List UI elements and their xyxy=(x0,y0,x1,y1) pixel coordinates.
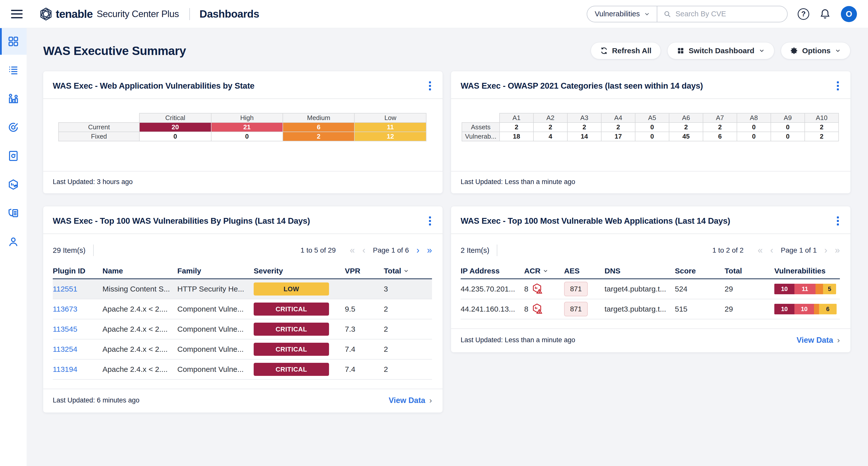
bar-segment-high: 10 xyxy=(795,304,814,314)
kebab-menu-icon[interactable] xyxy=(835,215,840,227)
sidebar-item-policies[interactable] xyxy=(0,200,27,226)
ip-address: 44.235.70.201... xyxy=(461,285,524,293)
chevron-down-icon xyxy=(835,48,841,54)
table-row[interactable]: 113194 Apache 2.4.x < 2.... Component Vu… xyxy=(53,360,432,380)
help-button[interactable]: ? xyxy=(798,8,809,20)
view-data-link[interactable]: View Data › xyxy=(389,396,432,405)
matrix-cell: 2 xyxy=(567,123,601,132)
plugin-family: Component Vulne... xyxy=(177,365,254,374)
matrix-cell: 0 xyxy=(211,132,283,141)
user-avatar[interactable]: O xyxy=(841,6,857,22)
next-page-icon[interactable]: › xyxy=(416,246,420,255)
column-header-total[interactable]: Total xyxy=(384,267,432,275)
top-app-bar: tenable Security Center Plus Dashboards … xyxy=(0,0,868,28)
kebab-menu-icon[interactable] xyxy=(428,80,433,92)
plugin-id-link[interactable]: 113545 xyxy=(53,325,102,334)
column-header-total[interactable]: Total xyxy=(724,267,774,275)
matrix-cell: 4 xyxy=(533,132,567,141)
vpr-value: 7.3 xyxy=(345,325,384,334)
plugin-name: Apache 2.4.x < 2.... xyxy=(102,325,177,334)
column-header: A9 xyxy=(771,113,805,123)
sidebar-item-analysis[interactable] xyxy=(0,57,27,83)
column-header: A10 xyxy=(805,113,839,123)
matrix-cell: 2 xyxy=(500,123,533,132)
dashboard-grid-icon xyxy=(677,47,685,55)
matrix-cell: 2 xyxy=(669,123,703,132)
sidebar-item-assets[interactable] xyxy=(0,171,27,198)
plugin-family: Component Vulne... xyxy=(177,305,254,313)
panel-owasp-categories: WAS Exec - OWASP 2021 Categories (last s… xyxy=(451,71,850,193)
prev-page-icon[interactable]: ‹ xyxy=(770,246,773,255)
refresh-icon xyxy=(600,47,608,55)
prev-page-icon[interactable]: ‹ xyxy=(363,246,366,255)
column-header-name[interactable]: Name xyxy=(102,267,177,275)
aes-score-box: 871 xyxy=(564,282,588,296)
column-header: A1 xyxy=(500,113,533,123)
sidebar-item-solutions[interactable] xyxy=(0,85,27,112)
bar-segment-critical: 10 xyxy=(774,304,795,314)
search-input[interactable] xyxy=(675,10,781,18)
switch-dashboard-button[interactable]: Switch Dashboard xyxy=(667,42,774,59)
assets-hexagon-icon xyxy=(7,179,19,191)
matrix-cell: 0 xyxy=(737,123,771,132)
plugin-id-link[interactable]: 112551 xyxy=(53,285,102,293)
column-header-dns[interactable]: DNS xyxy=(604,267,675,275)
column-header-score[interactable]: Score xyxy=(675,267,724,275)
column-header-plugin-id[interactable]: Plugin ID xyxy=(53,267,102,275)
matrix-cell: 0 xyxy=(771,132,805,141)
column-header-acr[interactable]: ACR xyxy=(524,267,564,275)
table-row: Vulnerab... 18 4 14 17 0 45 6 0 0 2 xyxy=(462,132,839,141)
last-page-icon[interactable]: » xyxy=(427,246,432,255)
kebab-menu-icon[interactable] xyxy=(835,80,840,92)
column-header-vulnerabilities[interactable]: Vulnerabilities xyxy=(774,267,840,275)
hamburger-menu-icon[interactable] xyxy=(11,10,23,18)
next-page-icon[interactable]: › xyxy=(824,246,827,255)
first-page-icon[interactable]: « xyxy=(758,246,763,255)
column-header: A7 xyxy=(703,113,737,123)
acr-alert-hexagon-icon[interactable] xyxy=(532,283,543,295)
column-header-severity[interactable]: Severity xyxy=(254,267,345,275)
kebab-menu-icon[interactable] xyxy=(428,215,433,227)
column-header-aes[interactable]: AES xyxy=(564,267,604,275)
acr-alert-hexagon-icon[interactable] xyxy=(532,303,543,315)
plugin-id-link[interactable]: 113673 xyxy=(53,305,102,313)
view-data-link[interactable]: View Data › xyxy=(797,336,840,345)
plugin-id-link[interactable]: 113254 xyxy=(53,345,102,353)
column-header: A6 xyxy=(669,113,703,123)
sidebar-item-users[interactable] xyxy=(0,228,27,255)
sidebar-item-scan-results[interactable] xyxy=(0,143,27,169)
panel-top-plugins: WAS Exec - Top 100 WAS Vulnerabilities B… xyxy=(43,207,442,412)
severity-badge: CRITICAL xyxy=(254,303,329,316)
left-sidebar xyxy=(0,28,27,466)
last-page-icon[interactable]: » xyxy=(835,246,840,255)
bar-segment-medium xyxy=(814,304,819,314)
table-row[interactable]: 113673 Apache 2.4.x < 2.... Component Vu… xyxy=(53,299,432,319)
column-header: High xyxy=(211,113,283,123)
search-scope-dropdown[interactable]: Vulnerabilities xyxy=(587,6,657,22)
score-value: 524 xyxy=(675,285,724,293)
brand-name: tenable xyxy=(56,8,93,20)
column-header-family[interactable]: Family xyxy=(177,267,254,275)
bar-segment-low: 5 xyxy=(823,284,836,294)
sidebar-item-scans[interactable] xyxy=(0,114,27,141)
refresh-all-button[interactable]: Refresh All xyxy=(591,42,661,59)
search-scope-label: Vulnerabilities xyxy=(595,10,640,18)
table-row[interactable]: 44.241.160.13... 8 871 target3.pubtarg.t… xyxy=(461,299,840,319)
scan-target-icon xyxy=(7,121,19,133)
table-row[interactable]: 113545 Apache 2.4.x < 2.... Component Vu… xyxy=(53,319,432,339)
matrix-cell: 2 xyxy=(533,123,567,132)
table-row[interactable]: 113254 Apache 2.4.x < 2.... Component Vu… xyxy=(53,339,432,360)
row-label: Vulnerab... xyxy=(462,132,500,141)
notifications-button[interactable] xyxy=(819,8,831,20)
sidebar-item-dashboards[interactable] xyxy=(0,28,27,55)
first-page-icon[interactable]: « xyxy=(350,246,355,255)
plugin-id-link[interactable]: 113194 xyxy=(53,365,102,374)
table-row[interactable]: 44.235.70.201... 8 871 target4.pubtarg.t… xyxy=(461,279,840,299)
table-row[interactable]: 112551 Missing Content S... HTTP Securit… xyxy=(53,279,432,299)
column-header-ip[interactable]: IP Address xyxy=(461,267,524,275)
column-header-vpr[interactable]: VPR xyxy=(345,267,384,275)
options-button[interactable]: Options xyxy=(781,42,850,59)
last-updated: Last Updated: Less than a minute ago xyxy=(461,336,575,344)
bar-segment-medium xyxy=(815,284,823,294)
owasp-categories-table: A1 A2 A3 A4 A5 A6 A7 A8 A9 A10 xyxy=(462,113,839,142)
